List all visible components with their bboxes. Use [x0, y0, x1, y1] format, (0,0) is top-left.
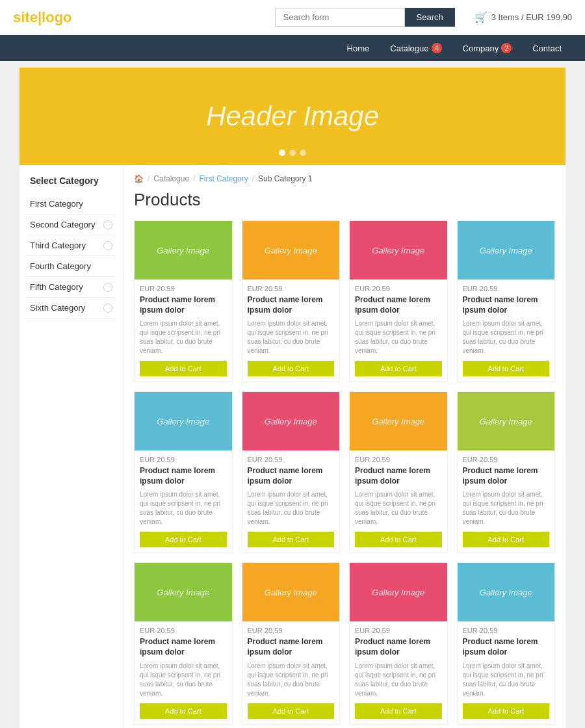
add-to-cart-8[interactable]: Add to Cart — [463, 532, 550, 547]
radio-sixth — [103, 304, 112, 313]
search-area: Search — [275, 8, 455, 27]
product-card-5: Gallery Image EUR 20.59 Product name lor… — [134, 391, 233, 553]
add-to-cart-9[interactable]: Add to Cart — [140, 703, 227, 719]
add-to-cart-4[interactable]: Add to Cart — [463, 361, 550, 376]
add-to-cart-1[interactable]: Add to Cart — [140, 361, 227, 376]
product-card-6: Gallery Image EUR 20.59 Product name lor… — [242, 391, 341, 553]
nav-bar: Home Catalogue 4 Company 2 Contact — [0, 35, 585, 61]
product-grid-row2: Gallery Image EUR 20.59 Product name lor… — [134, 391, 555, 553]
product-image-10: Gallery Image — [242, 563, 340, 621]
products-title: Products — [134, 190, 555, 210]
cart-text: 3 Items / EUR 199,90 — [491, 12, 572, 22]
product-image-7: Gallery Image — [350, 392, 447, 450]
product-price-12: EUR 20.59 — [463, 627, 550, 634]
product-name-7: Product name lorem ipsum dolor — [355, 466, 442, 486]
product-name-1: Product name lorem ipsum dolor — [140, 295, 227, 315]
hero-dot-1[interactable] — [279, 150, 285, 156]
product-desc-2: Lorem ipsum dolor sit amet, qui isque sc… — [248, 319, 335, 356]
product-card-7: Gallery Image EUR 20.59 Product name lor… — [349, 391, 448, 553]
product-image-6: Gallery Image — [242, 392, 340, 450]
nav-catalogue[interactable]: Catalogue 4 — [380, 35, 452, 61]
product-name-12: Product name lorem ipsum dolor — [463, 637, 550, 657]
add-to-cart-6[interactable]: Add to Cart — [248, 532, 335, 547]
product-desc-9: Lorem ipsum dolor sit amet, qui isque sc… — [140, 662, 227, 698]
product-card-1: Gallery Image EUR 20.59 Product name lor… — [134, 220, 233, 382]
hero-dot-2[interactable] — [289, 150, 296, 156]
product-image-1: Gallery Image — [135, 221, 232, 280]
breadcrumb-sub-category: Sub Category 1 — [258, 174, 312, 183]
add-to-cart-3[interactable]: Add to Cart — [355, 361, 442, 376]
product-card-10: Gallery Image EUR 20.59 Product name lor… — [242, 562, 341, 724]
add-to-cart-12[interactable]: Add to Cart — [463, 703, 550, 719]
sidebar-item-third[interactable]: Third Category — [26, 235, 116, 256]
sidebar-item-fourth[interactable]: Fourth Category — [26, 256, 116, 277]
nav-contact[interactable]: Contact — [522, 35, 572, 61]
search-input[interactable] — [275, 8, 405, 27]
sidebar-item-sixth[interactable]: Sixth Category — [26, 298, 116, 318]
product-image-11: Gallery Image — [350, 563, 447, 621]
add-to-cart-10[interactable]: Add to Cart — [248, 703, 335, 719]
add-to-cart-5[interactable]: Add to Cart — [140, 532, 227, 547]
product-name-5: Product name lorem ipsum dolor — [140, 466, 227, 486]
product-desc-5: Lorem ipsum dolor sit amet, qui isque sc… — [140, 490, 227, 526]
sidebar-item-first[interactable]: First Category — [26, 194, 116, 214]
product-price-2: EUR 20.59 — [248, 285, 335, 292]
product-card-9: Gallery Image EUR 20.59 Product name lor… — [134, 562, 233, 724]
main-container: Header Image Select Category First Categ… — [20, 68, 566, 728]
sidebar-title: Select Category — [26, 176, 116, 186]
product-name-3: Product name lorem ipsum dolor — [355, 295, 442, 315]
product-price-9: EUR 20.59 — [140, 627, 227, 634]
add-to-cart-2[interactable]: Add to Cart — [248, 361, 335, 376]
radio-fifth — [103, 283, 112, 292]
product-card-4: Gallery Image EUR 20.59 Product name lor… — [457, 220, 556, 382]
home-icon[interactable]: 🏠 — [134, 174, 144, 183]
product-image-4: Gallery Image — [458, 221, 555, 280]
logo-text: site — [13, 9, 38, 25]
add-to-cart-11[interactable]: Add to Cart — [355, 703, 442, 719]
product-name-2: Product name lorem ipsum dolor — [248, 295, 335, 315]
search-button[interactable]: Search — [405, 8, 455, 27]
product-name-6: Product name lorem ipsum dolor — [248, 466, 335, 486]
product-desc-1: Lorem ipsum dolor sit amet, qui isque sc… — [140, 319, 227, 356]
cart-icon: 🛒 — [474, 11, 488, 23]
product-grid-row3: Gallery Image EUR 20.59 Product name lor… — [134, 562, 555, 724]
sidebar-item-second[interactable]: Second Category — [26, 214, 116, 235]
content-area: Select Category First Category Second Ca… — [20, 165, 566, 728]
product-desc-4: Lorem ipsum dolor sit amet, qui isque sc… — [463, 319, 550, 356]
product-image-12: Gallery Image — [458, 563, 555, 621]
nav-company[interactable]: Company 2 — [452, 35, 523, 61]
hero-banner: Header Image — [20, 68, 566, 165]
logo-accent: |logo — [38, 9, 72, 25]
product-name-4: Product name lorem ipsum dolor — [463, 295, 550, 315]
product-desc-10: Lorem ipsum dolor sit amet, qui isque sc… — [248, 662, 335, 698]
product-price-3: EUR 20.59 — [355, 285, 442, 292]
product-desc-6: Lorem ipsum dolor sit amet, qui isque sc… — [248, 490, 335, 526]
product-image-3: Gallery Image — [350, 221, 447, 280]
product-card-8: Gallery Image EUR 20.59 Product name lor… — [457, 391, 556, 553]
add-to-cart-7[interactable]: Add to Cart — [355, 532, 442, 547]
hero-dots — [279, 150, 306, 156]
product-price-6: EUR 20.59 — [248, 456, 335, 463]
product-desc-12: Lorem ipsum dolor sit amet, qui isque sc… — [463, 662, 550, 698]
product-desc-11: Lorem ipsum dolor sit amet, qui isque sc… — [355, 662, 442, 698]
company-badge: 2 — [501, 43, 512, 53]
product-desc-8: Lorem ipsum dolor sit amet, qui isque sc… — [463, 490, 550, 526]
sidebar-item-fifth[interactable]: Fifth Category — [26, 277, 116, 298]
product-grid-row1: Gallery Image EUR 20.59 Product name lor… — [134, 220, 555, 382]
products-area: 🏠 / Catalogue / First Category / Sub Cat… — [124, 165, 566, 728]
product-name-11: Product name lorem ipsum dolor — [355, 637, 442, 657]
breadcrumb-first-category[interactable]: First Category — [199, 174, 248, 183]
cart-info[interactable]: 🛒 3 Items / EUR 199,90 — [474, 11, 572, 23]
product-price-10: EUR 20.59 — [248, 627, 335, 634]
nav-home[interactable]: Home — [337, 35, 380, 61]
product-desc-7: Lorem ipsum dolor sit amet, qui isque sc… — [355, 490, 442, 526]
product-card-3: Gallery Image EUR 20.59 Product name lor… — [349, 220, 448, 382]
hero-title: Header Image — [206, 101, 379, 132]
breadcrumb: 🏠 / Catalogue / First Category / Sub Cat… — [134, 174, 555, 183]
breadcrumb-catalogue[interactable]: Catalogue — [153, 174, 189, 183]
product-price-8: EUR 20.59 — [463, 456, 550, 463]
product-image-2: Gallery Image — [242, 221, 340, 280]
product-image-8: Gallery Image — [458, 392, 555, 450]
hero-dot-3[interactable] — [300, 150, 306, 156]
sidebar: Select Category First Category Second Ca… — [20, 165, 124, 728]
